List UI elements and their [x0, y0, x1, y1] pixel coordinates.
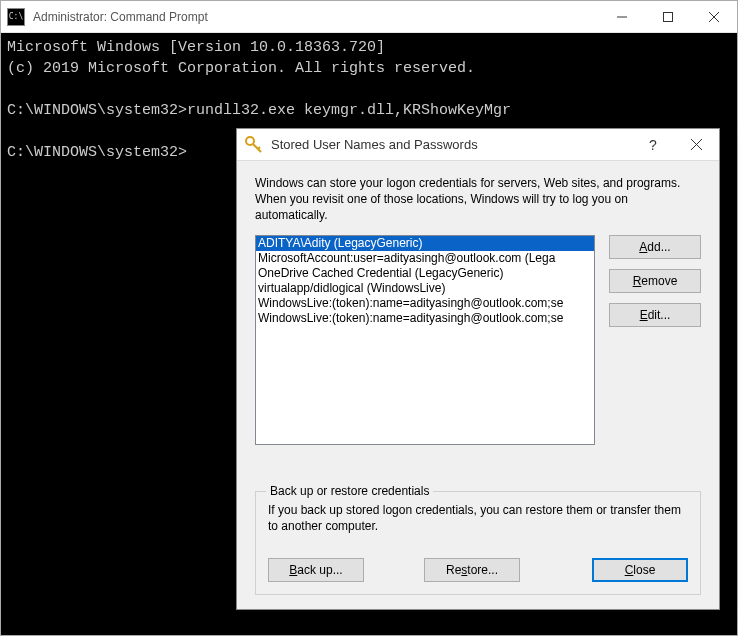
- svg-rect-1: [664, 12, 673, 21]
- backup-restore-group: Back up or restore credentials If you ba…: [255, 491, 701, 595]
- backup-button[interactable]: Back up...: [268, 558, 364, 582]
- group-description: If you back up stored logon credentials,…: [268, 502, 688, 534]
- cmd-title: Administrator: Command Prompt: [33, 10, 599, 24]
- dialog-titlebar: Stored User Names and Passwords ?: [237, 129, 719, 161]
- svg-line-6: [258, 147, 260, 149]
- cmd-icon: C:\: [7, 8, 25, 26]
- dialog-title: Stored User Names and Passwords: [271, 137, 633, 152]
- list-item[interactable]: OneDrive Cached Credential (LegacyGeneri…: [256, 266, 594, 281]
- group-legend: Back up or restore credentials: [266, 484, 433, 498]
- list-item[interactable]: WindowsLive:(token):name=adityasingh@out…: [256, 311, 594, 326]
- remove-button[interactable]: Remove: [609, 269, 701, 293]
- stored-credentials-dialog: Stored User Names and Passwords ? Window…: [236, 128, 720, 610]
- list-item[interactable]: MicrosoftAccount:user=adityasingh@outloo…: [256, 251, 594, 266]
- svg-point-4: [246, 137, 254, 145]
- restore-button[interactable]: Restore...: [424, 558, 520, 582]
- key-icon: [245, 136, 263, 154]
- list-item[interactable]: WindowsLive:(token):name=adityasingh@out…: [256, 296, 594, 311]
- maximize-button[interactable]: [645, 1, 691, 32]
- list-item[interactable]: ADITYA\Adity (LegacyGeneric): [256, 236, 594, 251]
- minimize-button[interactable]: [599, 1, 645, 32]
- credentials-listbox[interactable]: ADITYA\Adity (LegacyGeneric) MicrosoftAc…: [255, 235, 595, 445]
- list-item[interactable]: virtualapp/didlogical (WindowsLive): [256, 281, 594, 296]
- dialog-description: Windows can store your logon credentials…: [255, 175, 701, 223]
- help-button[interactable]: ?: [633, 137, 673, 153]
- close-button[interactable]: [691, 1, 737, 32]
- cmd-titlebar: C:\ Administrator: Command Prompt: [1, 1, 737, 33]
- dialog-close-button[interactable]: [673, 137, 719, 153]
- edit-button[interactable]: Edit...: [609, 303, 701, 327]
- close-dialog-button[interactable]: Close: [592, 558, 688, 582]
- add-button[interactable]: Add...: [609, 235, 701, 259]
